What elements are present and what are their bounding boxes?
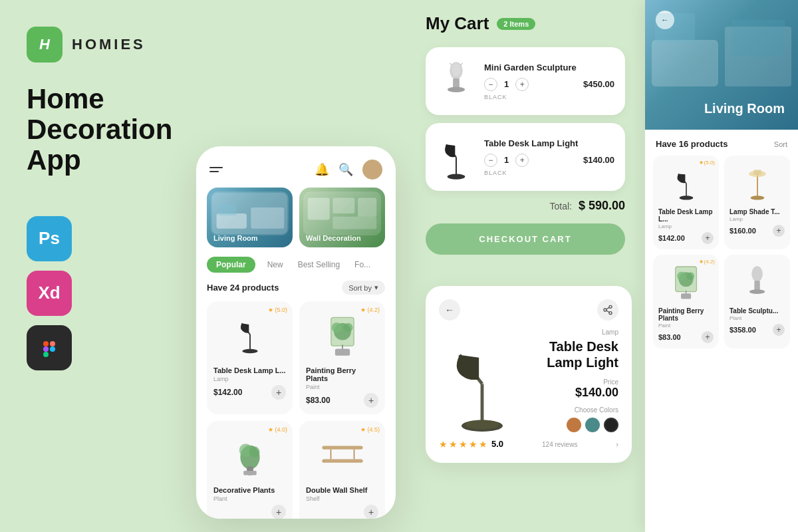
add-to-cart-button[interactable]: + — [271, 385, 286, 400]
cart-section: My Cart 2 Items Mini Garden Sculpture − … — [426, 13, 625, 255]
tab-more[interactable]: Fo... — [352, 257, 373, 273]
cart-item-image — [436, 58, 476, 104]
back-button[interactable]: ← — [439, 299, 460, 321]
svg-rect-58 — [753, 170, 761, 175]
detail-product-name: Table DeskLamp Light — [536, 338, 618, 370]
detail-category: Lamp — [536, 329, 618, 336]
product-card[interactable]: ★ (4.2) Painting Berry Plants Paint $83.… — [299, 301, 385, 414]
decrease-qty-button[interactable]: − — [484, 154, 497, 167]
right-product-price-row: $358.00 + — [730, 324, 785, 336]
svg-rect-27 — [322, 459, 362, 462]
right-sort-button[interactable]: Sort — [774, 140, 787, 148]
right-products-header: Have 16 products Sort — [645, 130, 798, 156]
brand-logo: H HOMIES — [27, 27, 200, 63]
svg-rect-26 — [322, 446, 362, 449]
product-card[interactable]: ★ (5.0) Table Desk Lamp L... Lamp $142.0… — [207, 301, 293, 414]
tab-new[interactable]: New — [265, 257, 286, 273]
living-room-banner[interactable]: Living Room — [207, 188, 293, 247]
svg-line-42 — [606, 311, 610, 313]
photoshop-icon: Ps — [27, 216, 72, 261]
avatar[interactable] — [362, 160, 382, 180]
svg-point-61 — [677, 271, 686, 280]
svg-point-40 — [604, 309, 606, 311]
right-products-grid: ★ (5.0) Table Desk Lamp L... Lamp $142.0… — [645, 156, 798, 348]
right-product-card[interactable]: Table Sculptu... Plant $358.00 + — [724, 255, 790, 348]
brand-name: HOMIES — [72, 36, 146, 53]
right-product-category: Plant — [730, 315, 785, 321]
right-product-category: Lamp — [730, 216, 785, 222]
product-name: Decorative Plants — [213, 486, 286, 494]
product-card[interactable]: ★ (4.0) Decorative Plants Plant + — [207, 421, 293, 519]
product-name: Double Wall Shelf — [306, 486, 378, 494]
svg-rect-8 — [308, 198, 330, 219]
menu-icon[interactable] — [209, 167, 223, 172]
checkout-button[interactable]: CHecKOut Cart — [426, 223, 625, 255]
right-product-card[interactable]: Lamp Shade T... Lamp $160.00 + — [724, 156, 790, 249]
right-add-button[interactable]: + — [702, 232, 714, 244]
right-product-price: $160.00 — [730, 227, 756, 235]
svg-rect-0 — [43, 341, 49, 346]
color-option[interactable] — [567, 418, 581, 432]
right-product-name: Table Desk Lamp L... — [658, 208, 714, 223]
svg-rect-50 — [655, 13, 695, 43]
svg-rect-10 — [358, 198, 376, 216]
cart-item-name: Mini Garden Sculpture — [484, 63, 614, 72]
right-add-button[interactable]: + — [773, 324, 785, 336]
tabs-row: Popular New Best Selling Fo... — [196, 257, 396, 281]
add-to-cart-button[interactable]: + — [364, 505, 378, 519]
decrease-qty-button[interactable]: − — [484, 78, 497, 91]
right-product-price: $142.00 — [658, 234, 685, 242]
increase-qty-button[interactable]: + — [515, 78, 529, 91]
see-more[interactable]: › — [616, 440, 618, 448]
sort-button[interactable]: Sort by ▾ — [342, 281, 385, 295]
right-product-card[interactable]: ★ (4.2) Painting Berry Plants Paint $83.… — [653, 255, 719, 348]
wall-decoration-label: Wall Decoration — [306, 234, 361, 242]
colors-label: Choose Colors — [536, 406, 618, 414]
svg-point-47 — [466, 420, 499, 430]
svg-rect-51 — [732, 20, 785, 57]
phone-browse-screen: 🔔 🔍 Living Room — [196, 146, 396, 519]
tab-best-selling[interactable]: Best Selling — [295, 257, 342, 273]
right-product-price-row: $160.00 + — [730, 225, 785, 237]
svg-rect-11 — [332, 217, 376, 229]
svg-point-38 — [448, 174, 466, 179]
right-product-category: Lamp — [658, 223, 714, 229]
product-rating: ★ (4.0) — [268, 426, 287, 433]
right-product-rating: ★ (4.2) — [699, 259, 715, 265]
product-price-row: + — [213, 505, 286, 519]
product-card[interactable]: ★ (4.5) Double Wall Shelf Shelf + — [299, 421, 385, 519]
svg-rect-25 — [243, 470, 257, 475]
svg-point-41 — [609, 312, 612, 315]
notification-icon[interactable]: 🔔 — [315, 162, 329, 177]
right-product-name: Lamp Shade T... — [730, 208, 785, 215]
logo-icon: H — [27, 27, 63, 63]
right-product-name: Painting Berry Plants — [658, 307, 714, 322]
add-to-cart-button[interactable]: + — [271, 505, 286, 519]
svg-point-17 — [331, 323, 341, 332]
cart-item-info: Table Desk Lamp Light − 1 + $140.00 BLAC… — [484, 138, 614, 176]
color-option-selected[interactable] — [604, 418, 618, 432]
increase-qty-button[interactable]: + — [515, 154, 529, 167]
product-detail-section: ← Lamp Table DeskLamp Light Price $140.0… — [426, 286, 632, 463]
detail-product-image — [439, 329, 525, 432]
right-product-card[interactable]: ★ (5.0) Table Desk Lamp L... Lamp $142.0… — [653, 156, 719, 249]
svg-rect-20 — [334, 348, 349, 355]
right-add-button[interactable]: + — [773, 225, 785, 237]
cart-item: Table Desk Lamp Light − 1 + $140.00 BLAC… — [426, 123, 625, 191]
right-add-button[interactable]: + — [702, 331, 714, 343]
svg-point-33 — [448, 86, 465, 92]
search-icon[interactable]: 🔍 — [338, 162, 353, 177]
svg-point-56 — [750, 196, 764, 200]
svg-rect-66 — [754, 280, 759, 290]
product-price: $142.00 — [213, 388, 242, 397]
product-name: Table Desk Lamp L... — [213, 366, 286, 374]
detail-footer: ★ ★ ★ ★ ★ 5.0 124 reviews › — [439, 439, 618, 450]
wall-decoration-banner[interactable]: Wall Decoration — [299, 188, 385, 247]
right-banner: ← Living Room — [645, 0, 798, 130]
share-button[interactable] — [597, 299, 618, 321]
color-option[interactable] — [585, 418, 600, 432]
add-to-cart-button[interactable]: + — [364, 393, 378, 408]
star-icon: ★ — [459, 439, 467, 450]
banner-row: Living Room Wall Decoration — [196, 188, 396, 257]
tab-popular[interactable]: Popular — [207, 257, 255, 273]
